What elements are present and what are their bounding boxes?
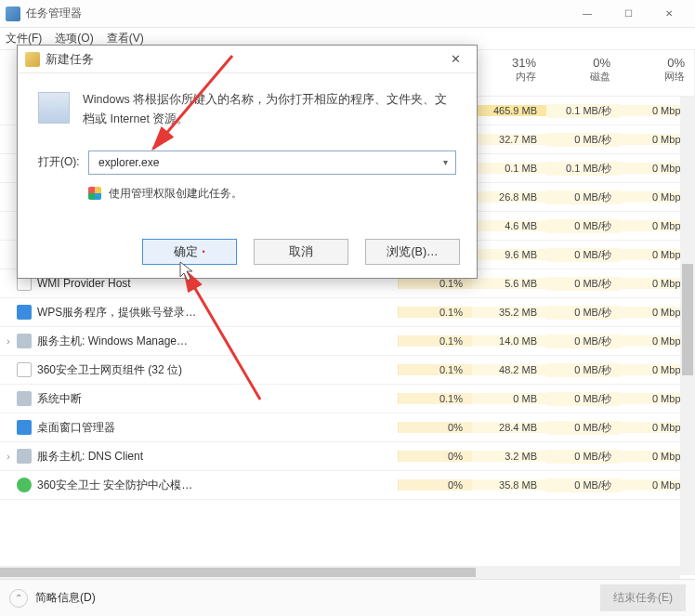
brief-info-label[interactable]: 简略信息(D) xyxy=(35,590,96,606)
process-icon xyxy=(17,334,32,348)
expand-icon[interactable]: › xyxy=(0,336,17,347)
memory-cell: 14.0 MB xyxy=(472,335,546,347)
scrollbar-thumb[interactable] xyxy=(682,264,693,375)
process-name: WMI Provider Host xyxy=(37,277,398,290)
cpu-cell: 0% xyxy=(398,422,472,433)
dropdown-icon[interactable]: ▾ xyxy=(443,157,448,167)
dialog-title: 新建任务 xyxy=(46,51,441,68)
disk-cell: 0 MB/秒 xyxy=(546,219,621,233)
open-combobox[interactable]: ▾ xyxy=(88,151,456,175)
process-icon xyxy=(17,478,32,492)
column-memory[interactable]: 31% 内存 xyxy=(471,50,545,96)
close-button[interactable]: ✕ xyxy=(649,1,689,27)
disk-cell: 0 MB/秒 xyxy=(546,306,621,320)
dialog-titlebar[interactable]: 新建任务 ✕ xyxy=(18,46,477,73)
table-row[interactable]: WPS服务程序，提供账号登录…0.1%35.2 MB0 MB/秒0 Mbps xyxy=(0,298,695,327)
disk-cell: 0 MB/秒 xyxy=(546,392,621,406)
disk-cell: 0 MB/秒 xyxy=(546,248,621,262)
memory-cell: 35.8 MB xyxy=(472,479,546,491)
statusbar: ⌃ 简略信息(D) 结束任务(E) xyxy=(0,579,695,616)
process-icon xyxy=(17,449,32,464)
run-dialog: 新建任务 ✕ Windows 将根据你所键入的名称，为你打开相应的程序、文件夹、… xyxy=(17,45,478,279)
table-row[interactable]: 360安全卫士 安全防护中心模…0%35.8 MB0 MB/秒0 Mbps xyxy=(0,471,695,500)
disk-cell: 0 MB/秒 xyxy=(546,277,621,291)
process-icon xyxy=(17,305,32,320)
cpu-cell: 0.1% xyxy=(398,278,472,289)
cpu-cell: 0.1% xyxy=(398,364,472,375)
open-input[interactable] xyxy=(97,155,443,170)
process-name: 桌面窗口管理器 xyxy=(37,420,398,436)
memory-cell: 0 MB xyxy=(472,393,546,404)
cpu-cell: 0.1% xyxy=(398,335,472,347)
expand-icon[interactable]: › xyxy=(0,452,17,462)
process-icon xyxy=(17,420,32,435)
table-row[interactable]: 360安全卫士网页组件 (32 位)0.1%48.2 MB0 MB/秒0 Mbp… xyxy=(0,356,695,385)
open-label: 打开(O): xyxy=(38,154,88,170)
disk-cell: 0 MB/秒 xyxy=(546,334,621,348)
disk-cell: 0 MB/秒 xyxy=(546,421,621,435)
memory-cell: 26.8 MB xyxy=(472,191,546,203)
memory-cell: 5.6 MB xyxy=(472,278,546,289)
dialog-close-button[interactable]: ✕ xyxy=(441,52,469,66)
end-task-button[interactable]: 结束任务(E) xyxy=(600,584,686,611)
ok-button[interactable]: 确定• xyxy=(142,239,237,265)
memory-cell: 28.4 MB xyxy=(472,422,546,433)
dialog-icon xyxy=(25,52,40,67)
disk-cell: 0 MB/秒 xyxy=(546,133,621,147)
column-disk[interactable]: 0% 磁盘 xyxy=(545,50,620,96)
cpu-cell: 0.1% xyxy=(398,307,472,318)
cpu-cell: 0.1% xyxy=(398,393,472,404)
memory-cell: 32.7 MB xyxy=(472,134,546,145)
memory-cell: 9.6 MB xyxy=(472,249,546,260)
shield-icon xyxy=(88,187,101,200)
disk-cell: 0 MB/秒 xyxy=(546,190,621,204)
app-icon xyxy=(6,7,20,21)
table-row[interactable]: 系统中断0.1%0 MB0 MB/秒0 Mbps xyxy=(0,385,695,413)
details-toggle[interactable]: ⌃ xyxy=(9,589,28,608)
window-title: 任务管理器 xyxy=(26,6,82,21)
memory-cell: 465.9 MB xyxy=(472,105,546,116)
column-network[interactable]: 0% 网络 xyxy=(620,50,694,96)
memory-cell: 0.1 MB xyxy=(472,163,546,174)
table-row[interactable]: ›服务主机: Windows Manage…0.1%14.0 MB0 MB/秒0… xyxy=(0,327,695,356)
process-name: 服务主机: DNS Client xyxy=(37,449,398,465)
disk-cell: 0 MB/秒 xyxy=(546,363,621,377)
table-row[interactable]: ›服务主机: DNS Client0%3.2 MB0 MB/秒0 Mbps xyxy=(0,442,695,471)
disk-cell: 0 MB/秒 xyxy=(546,478,621,492)
vertical-scrollbar[interactable] xyxy=(680,50,695,575)
memory-cell: 3.2 MB xyxy=(472,451,546,462)
table-header: 31% 内存 0% 磁盘 0% 网络 xyxy=(471,50,694,97)
minimize-button[interactable]: — xyxy=(567,1,608,27)
browse-button[interactable]: 浏览(B)… xyxy=(365,239,460,265)
maximize-button[interactable]: ☐ xyxy=(608,1,649,27)
memory-cell: 48.2 MB xyxy=(472,364,546,375)
table-row[interactable]: 桌面窗口管理器0%28.4 MB0 MB/秒0 Mbps xyxy=(0,413,695,442)
dialog-description: Windows 将根据你所键入的名称，为你打开相应的程序、文件夹、文档或 Int… xyxy=(83,90,456,130)
process-name: 服务主机: Windows Manage… xyxy=(37,334,398,349)
process-icon xyxy=(17,391,32,406)
memory-cell: 4.6 MB xyxy=(472,220,546,231)
disk-cell: 0.1 MB/秒 xyxy=(546,162,621,176)
process-name: WPS服务程序，提供账号登录… xyxy=(37,305,398,321)
memory-cell: 35.2 MB xyxy=(472,307,546,318)
admin-note: 使用管理权限创建此任务。 xyxy=(109,186,243,202)
process-name: 系统中断 xyxy=(37,391,398,407)
cpu-cell: 0% xyxy=(398,451,472,462)
process-icon xyxy=(17,362,32,377)
titlebar: 任务管理器 — ☐ ✕ xyxy=(0,0,695,28)
disk-cell: 0.1 MB/秒 xyxy=(546,104,621,118)
process-name: 360安全卫士网页组件 (32 位) xyxy=(37,362,398,378)
process-name: 360安全卫士 安全防护中心模… xyxy=(37,478,398,493)
cpu-cell: 0% xyxy=(398,479,472,491)
run-icon xyxy=(38,92,70,124)
scrollbar-thumb[interactable] xyxy=(0,568,476,577)
disk-cell: 0 MB/秒 xyxy=(546,450,621,464)
cancel-button[interactable]: 取消 xyxy=(254,239,348,265)
horizontal-scrollbar[interactable] xyxy=(0,566,680,579)
